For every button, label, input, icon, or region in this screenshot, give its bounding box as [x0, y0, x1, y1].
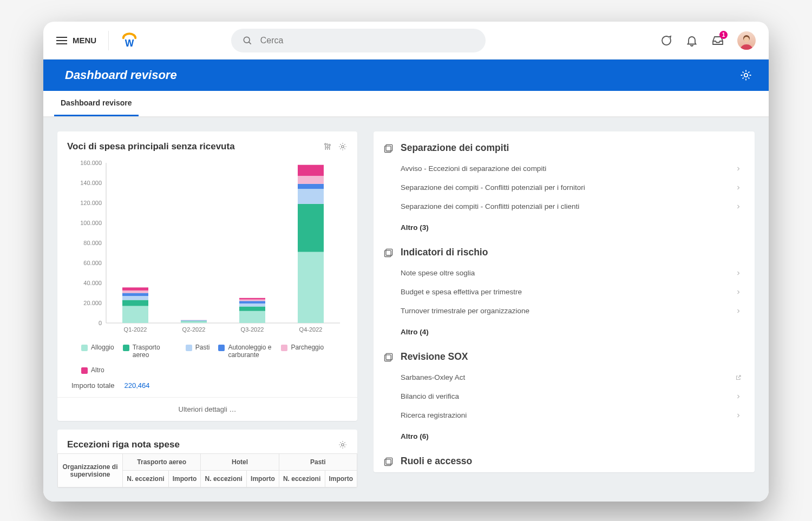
workday-logo[interactable]: W [121, 32, 138, 49]
svg-text:0: 0 [99, 320, 102, 326]
link-row[interactable]: Turnover trimestrale per organizzazione [383, 301, 745, 320]
svg-text:Q1-2022: Q1-2022 [124, 326, 147, 333]
section-collection-icon [383, 247, 394, 258]
svg-rect-28 [122, 293, 148, 296]
section-header: Indicatori di rischio [383, 245, 745, 263]
legend-item[interactable]: Pasti [186, 344, 210, 351]
svg-rect-57 [386, 353, 392, 360]
svg-rect-49 [298, 176, 324, 184]
svg-rect-58 [385, 354, 391, 361]
section-collection-icon [383, 456, 394, 467]
filter-icon[interactable] [323, 142, 332, 151]
expense-chart-card: Voci di spesa principali senza ricevuta … [57, 131, 357, 421]
link-row[interactable]: Sarbanes-Oxley Act [383, 368, 745, 387]
svg-text:20.000: 20.000 [83, 300, 102, 306]
table-header: Pasti [279, 454, 357, 471]
svg-rect-32 [181, 321, 207, 323]
more-link[interactable]: Altro (3) [383, 216, 745, 242]
section-header: Ruoli e accesso [383, 453, 745, 472]
svg-point-1 [244, 37, 250, 43]
svg-rect-46 [298, 204, 324, 252]
card-title: Eccezioni riga nota spese [67, 439, 180, 450]
worklets-panel: Separazione dei compitiAvviso - Eccezion… [374, 131, 755, 472]
link-row[interactable]: Separazione dei compiti - Conflitti pote… [383, 197, 745, 216]
more-link[interactable]: Altro (4) [383, 320, 745, 347]
svg-text:100.000: 100.000 [80, 220, 102, 226]
section-header: Revisione SOX [383, 349, 745, 368]
avatar[interactable] [737, 31, 756, 50]
legend-item[interactable]: Alloggio [81, 344, 114, 351]
svg-rect-34 [181, 320, 207, 321]
legend-item[interactable]: Autonoleggio e carburante [218, 344, 272, 359]
link-row[interactable]: Avviso - Eccezioni di separazione dei co… [383, 159, 745, 178]
chart-svg: 020.00040.00060.00080.000100.000120.0001… [75, 157, 345, 336]
search-bar[interactable] [231, 29, 486, 52]
total-amount-label: Importo totale [71, 381, 115, 390]
svg-rect-47 [298, 189, 324, 204]
link-row[interactable]: Budget e spesa effettiva per trimestre [383, 282, 745, 301]
chevron-right-icon [735, 270, 742, 276]
link-row[interactable]: Separazione dei compiti - Conflitti pote… [383, 178, 745, 197]
table-subheader: N. eccezioni [123, 471, 169, 487]
divider [108, 31, 109, 50]
bell-icon[interactable] [685, 34, 698, 47]
legend-swatch [81, 367, 88, 374]
chevron-right-icon [735, 203, 742, 210]
section-header: Separazione dei compiti [383, 140, 745, 159]
svg-rect-41 [239, 301, 265, 304]
menu-button[interactable]: MENU [56, 36, 96, 45]
svg-rect-48 [298, 184, 324, 189]
more-link[interactable]: Altro (6) [383, 425, 745, 451]
link-label: Turnover trimestrale per organizzazione [401, 307, 529, 315]
card-footer-link[interactable]: Ulteriori dettagli … [57, 397, 357, 421]
page-settings-gear-icon[interactable] [739, 69, 752, 82]
gear-icon[interactable] [338, 142, 348, 151]
svg-text:Q2-2022: Q2-2022 [182, 326, 206, 333]
table-subheader: N. eccezioni [201, 471, 247, 487]
legend-swatch [281, 345, 287, 351]
svg-rect-50 [298, 165, 324, 176]
search-input[interactable] [260, 36, 475, 45]
menu-label: MENU [73, 36, 96, 45]
link-label: Ricerca registrazioni [401, 411, 467, 419]
legend-item[interactable]: Parcheggio [281, 344, 324, 351]
svg-point-5 [744, 74, 748, 77]
svg-text:160.000: 160.000 [80, 160, 102, 166]
table-subheader: Importo [247, 471, 279, 487]
table-subheader: Importo [325, 471, 357, 487]
total-amount-row: Importo totale 220,464 [67, 378, 348, 397]
svg-rect-30 [122, 287, 148, 291]
chevron-right-icon [735, 289, 742, 295]
right-column: Separazione dei compitiAvviso - Eccezion… [374, 131, 755, 472]
table-subheader: Importo [168, 471, 200, 487]
tab-dashboard-revisore[interactable]: Dashboard revisore [54, 91, 139, 116]
section-title: Indicatori di rischio [401, 247, 488, 258]
svg-rect-59 [386, 458, 392, 464]
gear-icon[interactable] [338, 440, 348, 450]
card-title: Voci di spesa principali senza ricevuta [67, 141, 235, 152]
svg-point-13 [342, 146, 344, 148]
chevron-right-icon [735, 393, 742, 400]
inbox-icon[interactable]: 1 [711, 34, 724, 47]
legend-swatch [123, 345, 129, 351]
link-row[interactable]: Ricerca registrazioni [383, 406, 745, 425]
svg-rect-53 [386, 144, 392, 151]
svg-rect-42 [239, 300, 265, 301]
svg-point-11 [329, 144, 330, 146]
chat-icon[interactable] [659, 34, 672, 47]
chevron-right-icon [735, 412, 742, 419]
table-header: Organizzazione di supervisione [58, 454, 123, 487]
link-row[interactable]: Bilancio di verifica [383, 387, 745, 406]
svg-line-2 [248, 42, 251, 44]
legend-item[interactable]: Trasporto aereo [123, 344, 177, 359]
legend-swatch [218, 345, 225, 351]
svg-point-52 [342, 444, 344, 446]
inbox-badge: 1 [719, 31, 728, 39]
section-title: Revisione SOX [401, 351, 468, 362]
svg-point-4 [744, 37, 749, 42]
svg-rect-39 [239, 306, 265, 311]
legend-item[interactable]: Altro [81, 366, 104, 374]
link-label: Note spese oltre soglia [401, 269, 475, 277]
svg-text:80.000: 80.000 [83, 240, 102, 246]
link-row[interactable]: Note spese oltre soglia [383, 263, 745, 282]
